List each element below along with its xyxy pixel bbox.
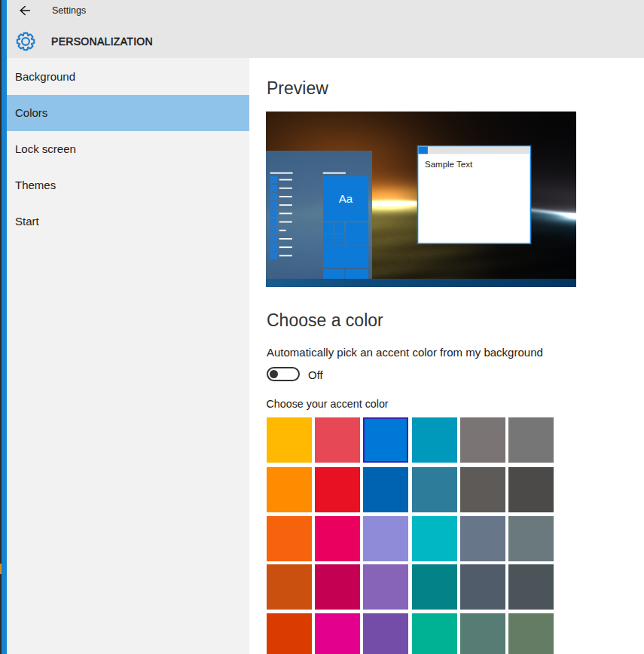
svg-text:Aa: Aa [339,192,353,205]
svg-text:Sample Text: Sample Text [425,160,473,169]
